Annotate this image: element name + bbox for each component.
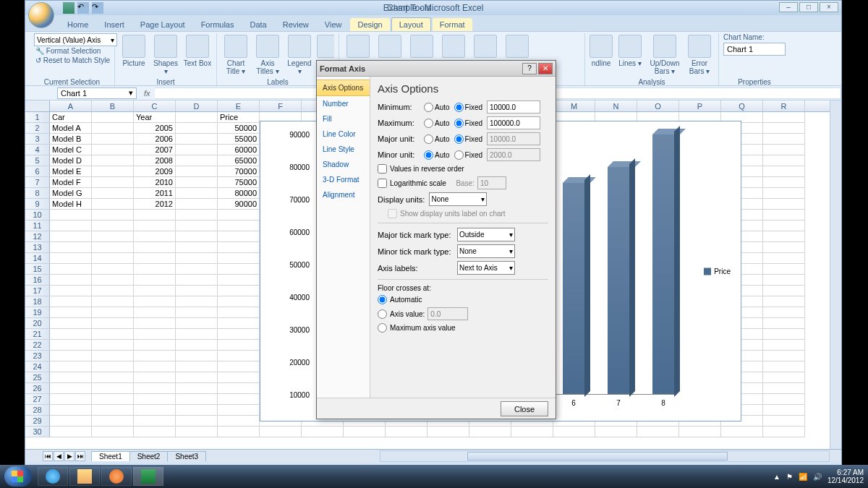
cell[interactable] xyxy=(176,427,218,437)
nav-fill[interactable]: Fill xyxy=(317,111,370,127)
chart-floor-button[interactable] xyxy=(471,35,500,59)
cell[interactable] xyxy=(92,286,134,296)
cell[interactable] xyxy=(92,188,134,199)
cell[interactable] xyxy=(763,318,805,329)
cell[interactable] xyxy=(134,394,176,405)
col-header[interactable]: B xyxy=(92,100,134,111)
cell[interactable] xyxy=(763,188,805,199)
cell[interactable] xyxy=(218,318,260,329)
cell[interactable] xyxy=(134,361,176,372)
nav-3d-format[interactable]: 3-D Format xyxy=(317,172,370,187)
cell[interactable] xyxy=(721,427,763,437)
cell[interactable] xyxy=(134,296,176,307)
nav-shadow[interactable]: Shadow xyxy=(317,157,370,172)
cell[interactable] xyxy=(134,231,176,242)
cell[interactable]: 80000 xyxy=(218,188,260,199)
cell[interactable] xyxy=(92,383,134,394)
chart-bar[interactable] xyxy=(608,167,629,394)
minor-fixed-radio[interactable]: Fixed xyxy=(454,150,482,160)
cell[interactable] xyxy=(763,307,805,318)
cell[interactable] xyxy=(134,383,176,394)
undo-icon[interactable]: ↶ xyxy=(77,2,89,14)
cell[interactable] xyxy=(176,405,218,416)
system-tray[interactable]: ▲ ⚑ 📶 🔊 6:27 AM 12/14/2012 xyxy=(773,468,864,484)
cell[interactable] xyxy=(92,112,134,123)
cell[interactable]: 60000 xyxy=(218,145,260,155)
col-header[interactable]: A xyxy=(50,100,92,111)
row-header[interactable]: 7 xyxy=(25,177,50,188)
sheet-tab-2[interactable]: Sheet2 xyxy=(129,451,169,461)
cell[interactable] xyxy=(50,318,92,329)
cell[interactable] xyxy=(176,329,218,340)
row-header[interactable]: 30 xyxy=(25,427,50,437)
row-header[interactable]: 18 xyxy=(25,296,50,307)
cell[interactable] xyxy=(92,427,134,437)
cell[interactable] xyxy=(176,145,218,155)
flag-icon[interactable]: ⚑ xyxy=(786,473,793,481)
cell[interactable] xyxy=(134,210,176,221)
gridlines-button[interactable] xyxy=(375,35,404,59)
min-input[interactable] xyxy=(487,100,540,114)
chart-legend[interactable]: Price xyxy=(704,267,731,275)
cell[interactable] xyxy=(176,351,218,361)
row-header[interactable]: 15 xyxy=(25,264,50,275)
cell[interactable]: Model A xyxy=(50,123,92,134)
cell[interactable] xyxy=(763,199,805,210)
cell[interactable] xyxy=(92,210,134,221)
cell[interactable] xyxy=(218,394,260,405)
cell[interactable] xyxy=(763,372,805,383)
cell[interactable] xyxy=(134,351,176,361)
cell[interactable] xyxy=(176,177,218,188)
reverse-checkbox[interactable]: Values in reverse order xyxy=(378,164,548,174)
taskbar-media[interactable] xyxy=(101,467,132,486)
updown-bars-button[interactable]: Up/Down Bars ▾ xyxy=(647,35,682,75)
row-header[interactable]: 22 xyxy=(25,340,50,351)
row-header[interactable]: 4 xyxy=(25,145,50,155)
row-header[interactable]: 12 xyxy=(25,231,50,242)
plot-area-button[interactable] xyxy=(407,35,436,59)
cell[interactable] xyxy=(50,351,92,361)
quick-access-toolbar[interactable]: ↶ ↷ xyxy=(63,2,103,14)
cell[interactable]: Model F xyxy=(50,177,92,188)
cell[interactable]: 2006 xyxy=(134,134,176,145)
lines-button[interactable]: Lines ▾ xyxy=(616,35,644,67)
nav-line-color[interactable]: Line Color xyxy=(317,127,370,142)
minor-auto-radio[interactable]: Auto xyxy=(424,150,450,160)
cell[interactable] xyxy=(176,416,218,427)
cell[interactable] xyxy=(176,318,218,329)
cell[interactable] xyxy=(469,427,511,437)
cell[interactable] xyxy=(92,329,134,340)
minor-tick-select[interactable]: None▾ xyxy=(457,244,515,258)
taskbar-excel[interactable] xyxy=(133,467,163,486)
cell[interactable] xyxy=(50,286,92,296)
error-bars-button[interactable]: Error Bars ▾ xyxy=(685,35,714,75)
cell[interactable] xyxy=(176,275,218,286)
tab-data[interactable]: Data xyxy=(242,18,273,31)
cell[interactable] xyxy=(50,210,92,221)
cell[interactable] xyxy=(218,253,260,264)
col-header[interactable]: O xyxy=(637,100,679,111)
cell[interactable]: 2007 xyxy=(134,145,176,155)
cell[interactable] xyxy=(176,383,218,394)
cell[interactable] xyxy=(218,383,260,394)
tab-view[interactable]: View xyxy=(318,18,349,31)
cell[interactable]: 55000 xyxy=(218,134,260,145)
cell[interactable] xyxy=(176,264,218,275)
cell[interactable]: 90000 xyxy=(218,199,260,210)
cell[interactable] xyxy=(134,427,176,437)
cell[interactable] xyxy=(763,177,805,188)
cell[interactable] xyxy=(176,134,218,145)
cell[interactable] xyxy=(134,307,176,318)
major-auto-radio[interactable]: Auto xyxy=(424,134,450,144)
chart-name-input[interactable] xyxy=(723,43,786,56)
fx-icon[interactable]: fx xyxy=(144,89,150,98)
cell[interactable] xyxy=(176,361,218,372)
cell[interactable] xyxy=(218,264,260,275)
cell[interactable]: 70000 xyxy=(218,166,260,177)
cell[interactable] xyxy=(92,405,134,416)
row-header[interactable]: 19 xyxy=(25,307,50,318)
cell[interactable] xyxy=(218,329,260,340)
cell[interactable] xyxy=(134,372,176,383)
cell[interactable] xyxy=(218,372,260,383)
cell[interactable] xyxy=(50,242,92,253)
